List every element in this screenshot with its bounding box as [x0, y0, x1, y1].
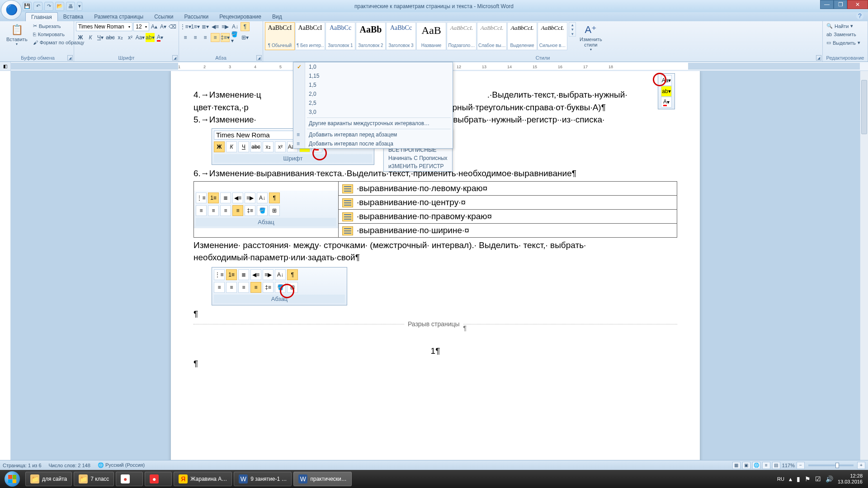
align-justify-button[interactable]: ≡: [211, 33, 220, 42]
style-item[interactable]: AaBbCcLСильное в…: [538, 22, 567, 50]
font-color-button[interactable]: A▾: [156, 33, 165, 42]
minimize-button[interactable]: —: [820, 0, 834, 9]
view-print-layout[interactable]: ▦: [732, 462, 741, 469]
styles-gallery[interactable]: AaBbCcI¶ ОбычныйAaBbCcI¶ Без интер…AaBbC…: [265, 22, 568, 50]
subscript-button[interactable]: x₂: [116, 33, 125, 42]
spacing-add-after[interactable]: Добавить интервал после абзаца: [293, 139, 453, 148]
replace-button[interactable]: abЗаменить: [825, 31, 866, 38]
style-item[interactable]: AaBbCcI¶ Обычный: [265, 22, 295, 50]
select-button[interactable]: ▭Выделить ▾: [825, 39, 866, 47]
style-item[interactable]: АаВНазвание: [416, 22, 446, 50]
status-words[interactable]: Число слов: 2 148: [49, 463, 90, 468]
taskbar-item[interactable]: ●: [116, 472, 143, 486]
tab-home[interactable]: Главная: [25, 12, 58, 21]
taskbar-item[interactable]: ●: [145, 472, 172, 486]
tab-review[interactable]: Рецензирование: [214, 12, 267, 21]
style-item[interactable]: AaBbCcLВыделение: [507, 22, 537, 50]
style-item[interactable]: AaBbCcLПодзаголо…: [447, 22, 476, 50]
help-icon[interactable]: ?: [856, 12, 863, 19]
underline-button[interactable]: Ч▾: [96, 33, 105, 42]
paste-button[interactable]: 📋 Вставить ▾: [4, 22, 30, 48]
view-draft[interactable]: ▤: [772, 462, 780, 469]
view-outline[interactable]: ≡: [762, 462, 770, 469]
align-left-button[interactable]: ≡: [181, 33, 190, 42]
status-lang[interactable]: 🌐 Русский (Россия): [98, 462, 145, 468]
tray-show-hidden-icon[interactable]: ▴: [789, 475, 792, 483]
qat-redo-icon[interactable]: ↷: [44, 2, 53, 11]
tray-network-icon[interactable]: ▮: [797, 475, 800, 483]
numbering-button[interactable]: 1≡▾: [191, 22, 200, 31]
spacing-option[interactable]: 1,0: [293, 62, 453, 71]
shrink-font-button[interactable]: A▾: [159, 22, 167, 31]
taskbar-item[interactable]: 📁для сайта: [25, 472, 72, 486]
tray-lang[interactable]: RU: [777, 476, 784, 482]
zoom-level[interactable]: 117%: [782, 463, 795, 468]
change-case-button[interactable]: Aa▾: [136, 33, 145, 42]
spacing-option[interactable]: 2,5: [293, 99, 453, 108]
align-right-button[interactable]: ≡: [201, 33, 210, 42]
styles-launcher[interactable]: ◢: [816, 55, 821, 61]
tab-insert[interactable]: Вставка: [58, 12, 89, 21]
status-page[interactable]: Страница: 1 из 6: [3, 463, 42, 468]
spacing-option[interactable]: 2,0: [293, 89, 453, 99]
tray-flag-icon[interactable]: ⚑: [805, 475, 811, 483]
tab-mailings[interactable]: Рассылки: [179, 12, 214, 21]
paragraph-launcher[interactable]: ◢: [256, 55, 262, 61]
taskbar-item[interactable]: ЯЖаравина А…: [174, 472, 232, 486]
styles-more-button[interactable]: ▴▾▾: [569, 22, 576, 37]
office-button[interactable]: 🔵: [1, 0, 22, 20]
style-item[interactable]: AaBbCcLСлабое вы…: [477, 22, 507, 50]
spacing-option[interactable]: 1,5: [293, 80, 453, 89]
maximize-button[interactable]: ❐: [834, 0, 847, 9]
bold-button[interactable]: Ж: [76, 33, 85, 42]
taskbar-item[interactable]: Wпрактически…: [293, 472, 351, 486]
view-web[interactable]: 🌐: [752, 462, 760, 469]
clear-formatting-button[interactable]: ⌫: [168, 22, 177, 31]
style-item[interactable]: AaBbЗаголовок 2: [356, 22, 386, 50]
qat-print-icon[interactable]: 🖶: [66, 2, 75, 11]
qat-customize-icon[interactable]: ▾: [77, 2, 82, 11]
style-item[interactable]: AaBbCcЗаголовок 3: [386, 22, 416, 50]
start-button[interactable]: [0, 470, 24, 488]
tab-page-layout[interactable]: Разметка страницы: [89, 12, 149, 21]
taskbar-item[interactable]: 📁7 класс: [74, 472, 114, 486]
decrease-indent-button[interactable]: ◀≡: [211, 22, 220, 31]
spacing-option[interactable]: 3,0: [293, 108, 453, 117]
find-button[interactable]: 🔍Найти ▾: [825, 22, 866, 30]
ruler-corner[interactable]: ◧: [0, 62, 11, 70]
show-marks-button[interactable]: ¶: [241, 22, 250, 31]
clipboard-launcher[interactable]: ◢: [67, 55, 73, 61]
style-item[interactable]: AaBbCcЗаголовок 1: [326, 22, 355, 50]
shading-button[interactable]: 🪣▾: [231, 33, 240, 42]
vertical-scrollbar[interactable]: [860, 71, 868, 464]
font-size-combo[interactable]: 12▾: [133, 22, 149, 31]
style-item[interactable]: AaBbCcI¶ Без интер…: [295, 22, 325, 50]
bullets-button[interactable]: ⋮≡▾: [181, 22, 190, 31]
zoom-in-button[interactable]: +: [857, 462, 865, 469]
vertical-ruler[interactable]: [0, 71, 11, 464]
tab-references[interactable]: Ссылки: [149, 12, 179, 21]
change-styles-button[interactable]: A⁺ Изменить стили ▾: [577, 22, 605, 53]
tab-view[interactable]: Вид: [267, 12, 288, 21]
increase-indent-button[interactable]: ≡▶: [221, 22, 230, 31]
spacing-more-options[interactable]: Другие варианты междустрочных интервалов…: [293, 119, 453, 128]
sort-button[interactable]: A↓: [231, 22, 240, 31]
tray-clock[interactable]: 12:28 13.03.2016: [838, 473, 863, 485]
superscript-button[interactable]: x²: [126, 33, 135, 42]
qat-open-icon[interactable]: 📂: [55, 2, 64, 11]
highlight-button[interactable]: ab▾: [146, 33, 155, 42]
spacing-option[interactable]: 1,15: [293, 71, 453, 80]
zoom-slider[interactable]: [808, 465, 854, 466]
zoom-thumb[interactable]: [835, 463, 839, 468]
taskbar-item[interactable]: W9 занятие-1 …: [234, 472, 292, 486]
zoom-out-button[interactable]: −: [797, 462, 805, 469]
font-launcher[interactable]: ◢: [172, 55, 178, 61]
spacing-add-before[interactable]: Добавить интервал перед абзацем: [293, 130, 453, 139]
close-button[interactable]: ✕: [847, 0, 868, 9]
qat-undo-icon[interactable]: ↶: [33, 2, 42, 11]
tray-volume-icon[interactable]: 🔊: [826, 475, 833, 483]
strikethrough-button[interactable]: abc: [106, 33, 115, 42]
qat-save-icon[interactable]: 💾: [23, 2, 32, 11]
align-center-button[interactable]: ≡: [191, 33, 200, 42]
multilevel-button[interactable]: ≣▾: [201, 22, 210, 31]
